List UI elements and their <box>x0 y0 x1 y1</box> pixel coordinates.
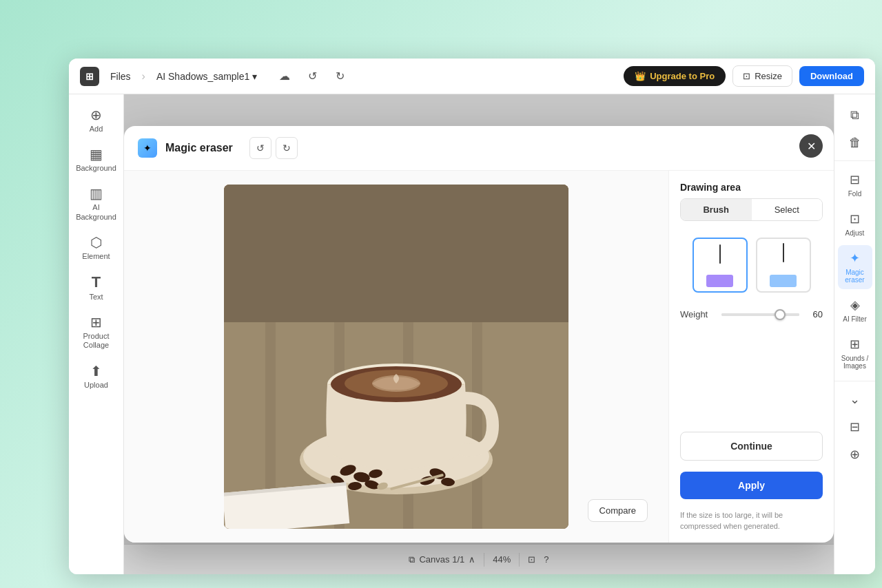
brush-preview-2[interactable] <box>756 238 811 293</box>
breadcrumb-separator: › <box>142 70 145 83</box>
adjust-icon: ⊡ <box>850 211 860 227</box>
sidebar-label-background: Background <box>76 164 116 173</box>
rs-divider-2 <box>834 381 875 381</box>
adjust-label: Adjust <box>845 229 865 237</box>
product-collage-icon: ⊞ <box>90 315 102 329</box>
weight-value: 60 <box>806 309 823 319</box>
sidebar-item-ai-background[interactable]: ▥ AI Background <box>73 181 120 227</box>
fold-icon: ⊟ <box>850 172 860 187</box>
background-icon: ▦ <box>90 147 103 161</box>
upgrade-button[interactable]: 👑 Upgrade to Pro <box>624 66 726 86</box>
fold-label: Fold <box>848 190 861 198</box>
modal-image <box>224 185 568 529</box>
resize-icon: ⊡ <box>743 71 750 81</box>
app-logo: ⊞ <box>80 67 99 86</box>
delete-icon: 🗑 <box>849 136 861 150</box>
upload-icon: ⬆ <box>90 364 102 378</box>
topbar-right: 👑 Upgrade to Pro ⊡ Resize Download <box>624 65 864 87</box>
panel-spacer <box>680 330 823 421</box>
sidebar-item-upload[interactable]: ⬆ Upload <box>73 359 120 395</box>
brush-bar-2 <box>770 275 796 287</box>
rs-expand-button[interactable]: ⌄ <box>843 387 868 412</box>
weight-thumb[interactable] <box>775 309 786 320</box>
continue-button[interactable]: Continue <box>680 432 823 461</box>
text-icon: T <box>92 275 101 290</box>
add-icon: ⊕ <box>90 108 102 122</box>
upgrade-label: Upgrade to Pro <box>650 71 715 81</box>
undo-icon: ↺ <box>308 70 317 83</box>
modal-history-controls: ↺ ↻ <box>249 137 298 159</box>
tool-toggle: Brush Select <box>680 198 823 221</box>
rs-adjust-button[interactable]: ⊡ Adjust <box>838 206 872 242</box>
files-link[interactable]: Files <box>110 71 131 82</box>
sidebar-item-text[interactable]: T Text <box>73 269 120 307</box>
select-button[interactable]: Select <box>752 199 823 220</box>
svg-rect-3 <box>265 185 276 529</box>
drawing-area-section: Drawing area Brush Select <box>680 182 823 221</box>
left-sidebar: ⊕ Add ▦ Background ▥ AI Background ⬡ Ele… <box>69 94 124 574</box>
filename-display[interactable]: AI Shadows_sample1 ▾ <box>156 71 257 82</box>
drawing-area-title: Drawing area <box>680 182 823 193</box>
close-icon: ✕ <box>807 140 816 153</box>
rs-settings-button[interactable]: ⊟ <box>843 414 868 439</box>
filename-text: AI Shadows_sample1 <box>156 71 249 82</box>
rs-magic-eraser-button[interactable]: ✦ Magic eraser <box>838 245 872 289</box>
panel-note: If the size is too large, it will be com… <box>680 510 823 532</box>
sidebar-label-text: Text <box>89 293 103 302</box>
cloud-icon: ☁ <box>279 70 290 83</box>
modal-overlay: ✦ Magic eraser ↺ ↻ ✕ <box>124 94 834 574</box>
ai-filter-label: AI Filter <box>843 315 866 323</box>
sidebar-item-element[interactable]: ⬡ Element <box>73 230 120 266</box>
rs-delete-button[interactable]: 🗑 <box>843 130 868 155</box>
weight-track <box>721 313 799 316</box>
weight-control: Weight 60 <box>680 309 823 319</box>
brush-tip-2 <box>783 243 784 262</box>
sidebar-item-product-collage[interactable]: ⊞ Product Collage <box>73 310 120 355</box>
cloud-save-button[interactable]: ☁ <box>274 65 296 87</box>
modal-redo-icon: ↻ <box>283 143 291 154</box>
apply-button[interactable]: Apply <box>680 472 823 499</box>
resize-button[interactable]: ⊡ Resize <box>732 65 792 87</box>
modal-redo-button[interactable]: ↻ <box>276 137 298 159</box>
sidebar-label-add: Add <box>90 125 103 134</box>
modal-title-icon: ✦ <box>138 138 157 158</box>
modal-close-button[interactable]: ✕ <box>799 134 823 158</box>
brush-previews <box>680 238 823 293</box>
rs-sounds-button[interactable]: ⊞ Sounds / Images <box>838 331 872 375</box>
download-button[interactable]: Download <box>799 66 864 86</box>
canvas-area: ⧉ Canvas 1/1 ∧ 44% ⊡ ? <box>124 94 834 574</box>
resize-label: Resize <box>755 71 782 81</box>
sidebar-label-element: Element <box>82 252 110 261</box>
brush-tip-1 <box>719 244 721 264</box>
sounds-icon: ⊞ <box>850 337 860 352</box>
modal-undo-button[interactable]: ↺ <box>249 137 271 159</box>
rs-copy-button[interactable]: ⧉ <box>843 103 868 127</box>
rs-ai-filter-button[interactable]: ◈ AI Filter <box>838 292 872 328</box>
rs-add-icon: ⊕ <box>850 447 860 462</box>
download-label: Download <box>810 71 853 81</box>
sidebar-item-background[interactable]: ▦ Background <box>73 142 120 178</box>
compare-button[interactable]: Compare <box>588 499 648 522</box>
magic-eraser-sidebar-icon: ✦ <box>850 251 860 266</box>
redo-button[interactable]: ↻ <box>329 65 351 87</box>
brush-preview-1[interactable] <box>693 238 748 293</box>
topbar-actions: ☁ ↺ ↻ <box>274 65 351 87</box>
expand-icon: ⌄ <box>850 392 860 407</box>
right-sidebar: ⧉ 🗑 ⊟ Fold ⊡ Adjust ✦ Magic eraser ◈ AI … <box>834 94 875 574</box>
app-container: ⊞ Files › AI Shadows_sample1 ▾ ☁ ↺ ↻ 👑 U… <box>69 59 875 574</box>
element-icon: ⬡ <box>90 235 102 249</box>
sounds-label: Sounds / Images <box>841 355 870 370</box>
rs-divider <box>834 160 875 161</box>
sidebar-item-add[interactable]: ⊕ Add <box>73 103 120 139</box>
rs-fold-button[interactable]: ⊟ Fold <box>838 167 872 203</box>
brush-button[interactable]: Brush <box>681 199 752 220</box>
undo-button[interactable]: ↺ <box>301 65 323 87</box>
ai-filter-icon: ◈ <box>850 297 860 313</box>
topbar: ⊞ Files › AI Shadows_sample1 ▾ ☁ ↺ ↻ 👑 U… <box>69 59 875 94</box>
weight-slider[interactable] <box>721 313 799 316</box>
main-layout: ⊕ Add ▦ Background ▥ AI Background ⬡ Ele… <box>69 94 875 574</box>
sidebar-label-product-collage: Product Collage <box>76 332 117 350</box>
crown-icon: 👑 <box>635 71 646 81</box>
rs-add-button[interactable]: ⊕ <box>843 442 868 467</box>
coffee-image-svg <box>224 185 568 529</box>
